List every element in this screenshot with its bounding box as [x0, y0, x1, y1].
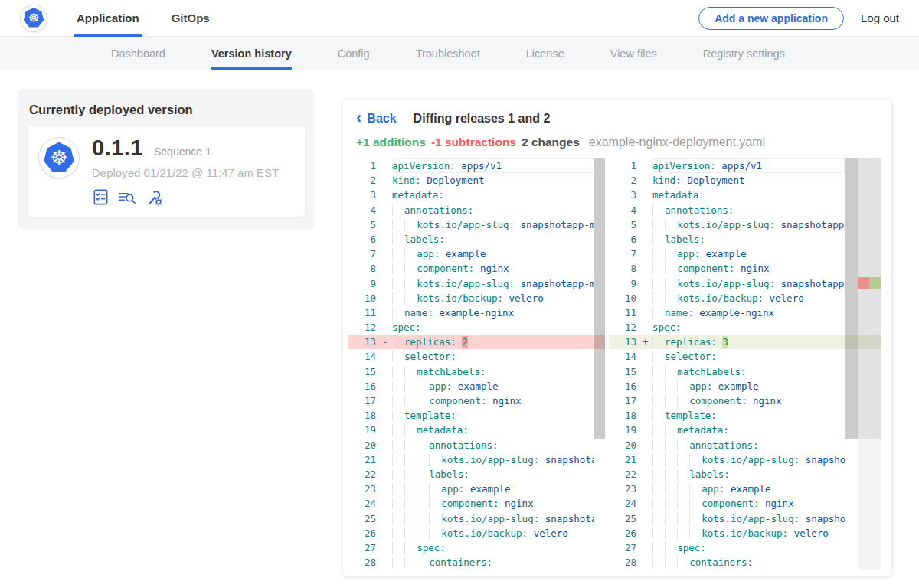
diff-line: 18 template: [348, 408, 605, 423]
deployed-version-tile: ☸ 0.1.1 Sequence 1 Deployed 01/21/22 @ 1… [28, 126, 305, 217]
diff-line: 7 app: example [348, 247, 605, 261]
scrollbar-thumb[interactable] [845, 158, 858, 439]
currently-deployed-card: Currently deployed version ☸ 0.1.1 Seque… [18, 89, 314, 229]
diff-line: 14 selector: [348, 349, 605, 364]
main-content: Currently deployed version ☸ 0.1.1 Seque… [0, 70, 919, 588]
scrollbar-thumb[interactable] [594, 158, 605, 439]
diff-line: 18 template: [609, 408, 881, 423]
top-nav: ☸ Application GitOps Add a new applicati… [0, 0, 919, 37]
diff-line: 13- replicas: 2 [348, 335, 605, 349]
diff-title: Diffing releases 1 and 2 [414, 112, 551, 126]
diff-overview-ruler [858, 158, 881, 570]
diff-card: ‹ Back Diffing releases 1 and 2 +1 addit… [343, 100, 891, 576]
app-sub-nav: Dashboard Version history Config Trouble… [0, 37, 919, 70]
diff-line: 15 matchLabels: [609, 364, 881, 379]
diff-line: 1apiVersion: apps/v1 [609, 158, 881, 173]
diff-line: 9 kots.io/app-slug: snapshotapp-mu [348, 276, 605, 291]
subtab-version-history[interactable]: Version history [211, 37, 292, 70]
back-link[interactable]: ‹ Back [356, 112, 397, 126]
subtab-dashboard[interactable]: Dashboard [111, 37, 165, 70]
diff-line: 19 metadata: [348, 423, 605, 437]
diff-line: 13+ replicas: 3 [609, 335, 881, 349]
diff-line: 26 kots.io/backup: velero [609, 526, 881, 541]
diff-line: 23 app: example [348, 482, 605, 496]
deployed-card-title: Currently deployed version [28, 98, 305, 126]
diff-line: 11 name: example-nginx [348, 305, 605, 320]
diff-line: 24 component: nginx [609, 496, 881, 511]
diff-line: 16 app: example [609, 379, 881, 394]
diff-line: 28 containers: [348, 555, 605, 570]
diff-line: 15 matchLabels: [348, 364, 605, 379]
additions-count: +1 additions [356, 136, 426, 149]
diff-line: 27 spec: [348, 541, 605, 555]
diff-line: 5 kots.io/app-slug: snapshotapp-mu [609, 217, 881, 232]
kubernetes-logo: ☸ [20, 5, 47, 32]
diff-line: 21 kots.io/app-slug: snapshotap [609, 452, 881, 467]
diff-line: 2kind: Deployment [348, 173, 605, 188]
diff-line: 6 labels: [609, 232, 881, 247]
sequence-label: Sequence 1 [154, 145, 211, 158]
diff-line: 4 annotations: [609, 203, 881, 217]
diff-line: 3metadata: [609, 188, 881, 202]
diff-line: 6 labels: [348, 232, 605, 247]
checklist-icon[interactable] [92, 188, 110, 206]
app-icon-badge: ☸ [38, 137, 80, 178]
subtab-license[interactable]: License [526, 37, 564, 70]
diff-pane-original[interactable]: 1apiVersion: apps/v12kind: Deployment3me… [348, 158, 605, 570]
diff-line: 22 labels: [609, 467, 881, 482]
diff-line: 10 kots.io/backup: velero [609, 291, 881, 305]
diff-panes: 1apiVersion: apps/v12kind: Deployment3me… [343, 158, 891, 570]
diff-line: 20 annotations: [348, 438, 605, 452]
diff-line: 27 spec: [609, 541, 881, 555]
tab-application[interactable]: Application [77, 0, 139, 37]
diff-filename: example-nginx-deployment.yaml [589, 136, 765, 149]
diff-line: 23 app: example [609, 482, 881, 496]
diff-line: 4 annotations: [348, 203, 605, 217]
subtab-view-files[interactable]: View files [610, 37, 657, 70]
tools-icon[interactable] [145, 188, 163, 206]
subtab-registry-settings[interactable]: Registry settings [703, 37, 785, 70]
ruler-removed-mark [858, 277, 869, 289]
diff-line: 22 labels: [348, 467, 605, 482]
subtab-config[interactable]: Config [338, 37, 370, 70]
ruler-added-mark [869, 277, 881, 289]
diff-line: 16 app: example [348, 379, 605, 394]
diff-line: 8 component: nginx [609, 261, 881, 276]
diff-line: 2kind: Deployment [609, 173, 881, 188]
view-logs-icon[interactable] [117, 188, 137, 206]
tab-application-label: Application [77, 11, 139, 24]
subtab-troubleshoot[interactable]: Troubleshoot [416, 37, 480, 70]
diff-line: 10 kots.io/backup: velero [348, 291, 605, 305]
logout-link[interactable]: Log out [861, 11, 899, 24]
diff-line: 12spec: [348, 320, 605, 335]
helm-wheel-icon: ☸ [50, 148, 67, 168]
subtractions-count: -1 subtractions [431, 136, 516, 149]
diff-line: 9 kots.io/app-slug: snapshotapp-mu [609, 276, 881, 291]
deployed-timestamp: Deployed 01/21/22 @ 11:47 am EST [92, 166, 279, 179]
diff-line: 20 annotations: [609, 438, 881, 452]
chevron-left-icon: ‹ [356, 113, 361, 123]
version-number: 0.1.1 [92, 136, 143, 161]
diff-line: 11 name: example-nginx [609, 305, 881, 320]
diff-line: 19 metadata: [609, 423, 881, 437]
diff-line: 25 kots.io/app-slug: snapshotap [609, 511, 881, 526]
diff-line: 7 app: example [609, 247, 881, 261]
back-label: Back [367, 112, 396, 126]
diff-line: 28 containers: [609, 555, 881, 570]
diff-pane-modified[interactable]: 1apiVersion: apps/v12kind: Deployment3me… [609, 158, 881, 570]
changes-count: 2 changes [522, 136, 580, 149]
diff-line: 12spec: [609, 320, 881, 335]
diff-line: 14 selector: [609, 349, 881, 364]
diff-line: 24 component: nginx [348, 496, 605, 511]
tab-gitops-label: GitOps [172, 11, 210, 24]
diff-line: 26 kots.io/backup: velero [348, 526, 605, 541]
diff-line: 5 kots.io/app-slug: snapshotapp-mu [348, 217, 605, 232]
diff-line: 8 component: nginx [348, 261, 605, 276]
helm-wheel-icon: ☸ [28, 11, 39, 24]
add-application-button[interactable]: Add a new application [698, 7, 844, 30]
diff-line: 21 kots.io/app-slug: snapshotap [348, 452, 605, 467]
diff-line: 17 component: nginx [609, 394, 881, 408]
tab-gitops[interactable]: GitOps [172, 0, 210, 37]
diff-line: 3metadata: [348, 188, 605, 202]
diff-line: 17 component: nginx [348, 394, 605, 408]
